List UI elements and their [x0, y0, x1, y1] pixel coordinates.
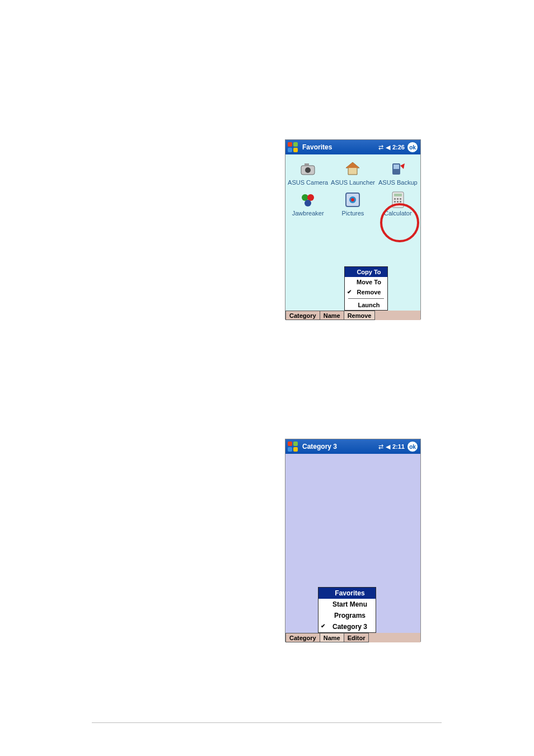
- app-label: Jawbreaker: [292, 210, 324, 217]
- pictures-icon: [344, 191, 362, 209]
- tab-category[interactable]: Category: [285, 311, 320, 320]
- svg-rect-19: [397, 201, 399, 203]
- menu-copy-to[interactable]: Copy To: [345, 267, 387, 277]
- connectivity-icon[interactable]: ⇄: [378, 144, 383, 151]
- tab-name[interactable]: Name: [320, 633, 344, 642]
- menu-category3[interactable]: ✔ Category 3: [318, 621, 376, 632]
- app-jawbreaker[interactable]: Jawbreaker: [285, 189, 330, 219]
- highlight-circle: [380, 203, 419, 242]
- app-label: ASUS Backup: [378, 179, 418, 186]
- svg-point-1: [305, 167, 311, 173]
- ok-button[interactable]: ok: [407, 142, 418, 153]
- menu-label: Remove: [357, 289, 381, 295]
- category-menu: Favorites Start Menu Programs ✔ Category…: [318, 587, 376, 633]
- app-label: ASUS Launcher: [331, 179, 375, 186]
- house-icon: [344, 160, 362, 178]
- context-menu: Copy To Move To ✔ Remove Launch: [344, 266, 388, 311]
- speaker-icon[interactable]: ◀: [386, 443, 390, 450]
- start-icon[interactable]: [287, 440, 299, 453]
- status-area: ⇄ ◀ 2:26 ok: [378, 140, 418, 154]
- category-body: Favorites Start Menu Programs ✔ Category…: [285, 454, 420, 633]
- app-asus-backup[interactable]: ASUS Backup: [376, 158, 420, 189]
- svg-rect-15: [394, 198, 396, 200]
- category3-screen: Category 3 ⇄ ◀ 2:11 ok Favorites Start M…: [285, 439, 421, 642]
- menu-favorites[interactable]: Favorites: [318, 588, 376, 599]
- app-asus-camera[interactable]: ASUS Camera: [285, 158, 330, 189]
- menu-move-to[interactable]: Move To: [345, 277, 387, 287]
- tab-category[interactable]: Category: [285, 633, 320, 642]
- app-label: ASUS Camera: [288, 179, 328, 186]
- balls-icon: [299, 191, 317, 209]
- clock: 2:11: [392, 443, 405, 450]
- svg-rect-6: [394, 165, 399, 169]
- titlebar: Category 3 ⇄ ◀ 2:11 ok: [285, 439, 420, 454]
- camera-icon: [299, 160, 317, 178]
- favorites-screen: Favorites ⇄ ◀ 2:26 ok ASUS Camera ASUS L…: [285, 139, 421, 320]
- app-pictures[interactable]: Pictures: [330, 189, 375, 219]
- window-title: Favorites: [302, 143, 332, 151]
- svg-rect-2: [305, 163, 309, 166]
- speaker-icon[interactable]: ◀: [386, 144, 390, 151]
- svg-point-12: [351, 198, 354, 201]
- titlebar: Favorites ⇄ ◀ 2:26 ok: [285, 140, 420, 154]
- status-area: ⇄ ◀ 2:11 ok: [378, 439, 418, 454]
- menu-remove[interactable]: ✔ Remove: [345, 287, 387, 297]
- footer-rule: [92, 722, 442, 723]
- favorites-body: ASUS Camera ASUS Launcher ASUS Backup Ja…: [285, 154, 420, 311]
- svg-rect-14: [394, 194, 402, 196]
- clock: 2:26: [392, 144, 405, 151]
- connectivity-icon[interactable]: ⇄: [378, 443, 383, 450]
- window-title: Category 3: [302, 443, 337, 450]
- bottom-bar: Category Name Remove: [285, 311, 420, 320]
- menu-programs[interactable]: Programs: [318, 610, 376, 621]
- menu-launch[interactable]: Launch: [345, 300, 387, 310]
- svg-rect-20: [400, 201, 401, 203]
- bottom-bar: Category Name Editor: [285, 633, 420, 642]
- svg-rect-18: [394, 201, 396, 203]
- menu-start-menu[interactable]: Start Menu: [318, 599, 376, 610]
- svg-rect-17: [400, 198, 401, 200]
- menu-divider: [348, 298, 384, 299]
- windows-flag-icon: [288, 142, 298, 152]
- app-asus-launcher[interactable]: ASUS Launcher: [330, 158, 375, 189]
- check-icon: ✔: [347, 289, 352, 295]
- menu-label: Category 3: [332, 623, 367, 631]
- check-icon: ✔: [321, 623, 325, 629]
- tab-remove[interactable]: Remove: [344, 311, 376, 320]
- backup-icon: [389, 160, 407, 178]
- ok-button[interactable]: ok: [407, 441, 418, 452]
- svg-point-9: [305, 200, 311, 206]
- tab-name[interactable]: Name: [320, 311, 344, 320]
- start-icon[interactable]: [287, 141, 299, 153]
- tab-editor[interactable]: Editor: [344, 633, 369, 642]
- svg-marker-4: [346, 162, 359, 168]
- app-label: Pictures: [342, 210, 364, 217]
- windows-flag-icon: [288, 442, 298, 452]
- svg-rect-16: [397, 198, 399, 200]
